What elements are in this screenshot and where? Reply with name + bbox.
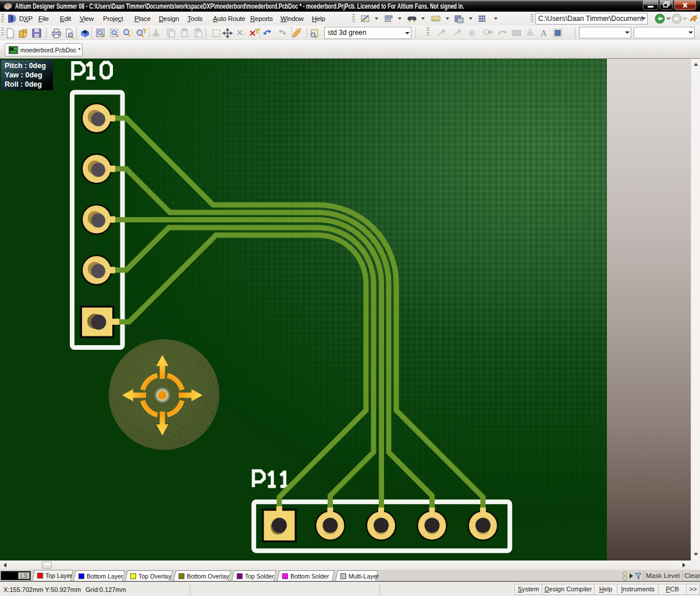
svg-text:A: A (541, 29, 547, 38)
